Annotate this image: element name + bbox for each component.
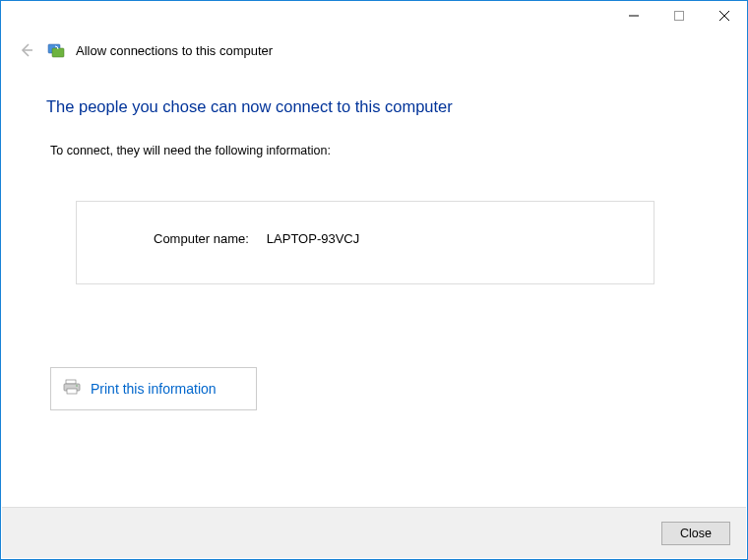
svg-rect-7: [66, 380, 76, 384]
maximize-icon: [674, 11, 684, 21]
computer-name-value: LAPTOP-93VCJ: [267, 231, 359, 246]
maximize-button[interactable]: [656, 1, 702, 31]
main-content: The people you chose can now connect to …: [1, 70, 747, 410]
computer-name-label: Computer name:: [154, 231, 249, 246]
svg-rect-6: [52, 48, 64, 57]
footer: Close: [2, 507, 746, 558]
page-heading: The people you chose can now connect to …: [46, 97, 702, 116]
back-arrow-icon: [19, 42, 34, 58]
titlebar: [1, 1, 747, 31]
close-icon: [719, 11, 729, 21]
printer-icon: [63, 378, 81, 400]
window-title: Allow connections to this computer: [76, 43, 273, 58]
remote-desktop-icon: [46, 40, 66, 60]
svg-point-10: [76, 385, 78, 387]
window-controls: [611, 1, 747, 31]
print-button-label: Print this information: [91, 381, 217, 397]
header: Allow connections to this computer: [1, 31, 747, 70]
svg-rect-9: [67, 389, 77, 394]
svg-rect-1: [675, 12, 684, 21]
print-information-button[interactable]: Print this information: [50, 367, 257, 410]
instruction-text: To connect, they will need the following…: [46, 144, 702, 157]
minimize-button[interactable]: [611, 1, 656, 31]
close-button[interactable]: Close: [661, 522, 730, 545]
minimize-icon: [629, 11, 639, 21]
connection-info-box: Computer name: LAPTOP-93VCJ: [76, 201, 654, 284]
back-button[interactable]: [15, 38, 38, 62]
window-close-button[interactable]: [702, 1, 747, 31]
